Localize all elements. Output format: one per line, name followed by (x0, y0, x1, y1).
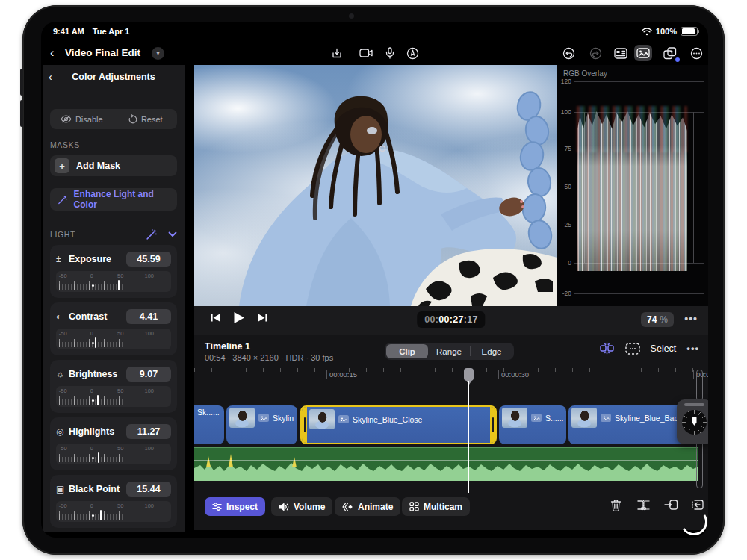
highlights-icon: ◎ (56, 426, 69, 437)
battery-percent: 100% (656, 27, 677, 36)
reset-label: Reset (141, 115, 163, 124)
select-button[interactable]: Select (651, 343, 677, 354)
jog-grip[interactable] (684, 403, 704, 406)
trim-handle-right[interactable] (490, 407, 495, 443)
slider-value[interactable]: 4.41 (126, 309, 171, 324)
timecode-main: 00:27 (438, 314, 463, 325)
clip-skyline-partial[interactable]: Sk...... (194, 405, 224, 444)
select-tool-icon[interactable] (625, 343, 640, 355)
clip-thumbnail (571, 408, 597, 428)
disable-button[interactable]: Disable (50, 109, 114, 129)
color-adjustments-panel: ‹ Color Adjustments Disable Re (43, 65, 185, 532)
jog-wheel[interactable] (677, 399, 708, 444)
slider-ruler[interactable]: -50050100 (56, 501, 171, 522)
overwrite-button[interactable] (664, 499, 678, 511)
photo-icon (338, 415, 349, 423)
multicam-icon (409, 502, 419, 511)
tool-label: Inspect (226, 502, 258, 512)
timeline-ruler[interactable]: 00:00:15 00:00:30 00:00:45 (194, 368, 698, 385)
enhance-label: Enhance Light and Color (74, 189, 170, 210)
timecode-display: 00:00:27:17 (417, 311, 485, 328)
pencil-button[interactable] (403, 45, 421, 61)
media-browser-button[interactable] (634, 45, 652, 61)
screenshot-stage: 9:41 AM Tue Apr 1 100% ‹ Video Final Edi… (0, 0, 747, 560)
redo-button[interactable] (586, 45, 604, 61)
app-toolbar: ‹ Video Final Edit ▾ (41, 42, 708, 65)
viewer-zoom-control[interactable]: 74% (641, 312, 674, 327)
animate-button[interactable]: Animate (335, 497, 400, 516)
front-camera (349, 13, 354, 19)
photo-icon (531, 414, 542, 422)
auto-enhance-icon[interactable] (146, 228, 158, 240)
mode-clip[interactable]: Clip (386, 344, 428, 358)
undo-button[interactable] (560, 45, 577, 61)
clip-track: Sk...... Skyline_Blue_Wide (194, 405, 708, 444)
microphone-button[interactable] (381, 45, 399, 61)
previous-frame-button[interactable] (211, 313, 220, 323)
animate-icon (342, 503, 353, 511)
audio-track[interactable] (194, 447, 698, 481)
slider-ruler[interactable]: -50050100 (56, 444, 171, 464)
slider-value[interactable]: 11.27 (126, 424, 171, 439)
delete-clip-button[interactable] (610, 499, 622, 511)
add-mask-button[interactable]: + Add Mask (50, 155, 177, 176)
more-button[interactable] (687, 45, 705, 61)
audio-waveform (194, 448, 698, 481)
collapse-chevron-icon[interactable] (168, 231, 177, 237)
reset-button[interactable]: Reset (114, 109, 178, 129)
slider-ruler[interactable]: -50050100 (56, 271, 171, 292)
next-frame-button[interactable] (258, 313, 267, 323)
connect-clips-icon[interactable] (599, 342, 615, 355)
import-button[interactable] (328, 45, 346, 61)
clip-skyline-short[interactable]: S........ (499, 405, 566, 444)
slider-label: Contrast (69, 311, 126, 322)
playhead-handle[interactable] (464, 368, 474, 381)
inspect-button[interactable]: Inspect (205, 497, 265, 516)
brightness-slider: ☼ Brightness 9.07 -50050100 (50, 360, 177, 413)
viewer-more-button[interactable]: ••• (684, 313, 698, 325)
timeline-toolbar: Inspect Volume Animate (194, 495, 708, 520)
video-preview[interactable] (194, 65, 557, 306)
timeline-more-button[interactable]: ••• (686, 343, 699, 354)
project-title-chevron[interactable]: ▾ (152, 47, 164, 60)
project-title[interactable]: Video Final Edit (65, 47, 140, 58)
back-button[interactable]: ‹ (50, 46, 54, 60)
slider-value[interactable]: 15.44 (126, 482, 171, 497)
clip-label: Skyline_Blue_Close (353, 415, 422, 424)
slider-value[interactable]: 45.59 (126, 252, 171, 267)
contrast-icon: ◐ (56, 311, 69, 322)
timeline-name[interactable]: Timeline 1 (205, 341, 250, 352)
play-button[interactable] (233, 311, 245, 324)
add-mask-label: Add Mask (76, 161, 120, 171)
multicam-button[interactable]: Multicam (402, 497, 470, 516)
tool-label: Volume (294, 502, 325, 512)
clip-skyline-blue-wide[interactable]: Skyline_Blue_Wide (226, 405, 297, 444)
inspect-icon (212, 502, 222, 511)
clip-label: S........ (545, 414, 563, 423)
speaker-icon (279, 503, 289, 511)
slider-ruler[interactable]: -50050100 (56, 386, 171, 407)
camera-button[interactable] (357, 45, 375, 61)
split-clip-button[interactable] (636, 499, 651, 511)
effects-button[interactable] (661, 45, 679, 61)
clip-label: Sk...... (197, 408, 220, 417)
disable-label: Disable (75, 115, 103, 124)
trim-handle-left[interactable] (302, 407, 307, 443)
slider-value[interactable]: 9.07 (126, 367, 171, 382)
exposure-icon: ± (56, 254, 69, 264)
ruler-label: 00:00:15 (326, 370, 357, 379)
disable-reset-group: Disable Reset (50, 109, 177, 129)
mode-range[interactable]: Range (428, 344, 470, 358)
reset-icon (128, 114, 137, 124)
eye-off-icon (61, 115, 72, 123)
mode-edge[interactable]: Edge (471, 344, 512, 358)
inspector-toggle-button[interactable] (612, 45, 630, 61)
slider-ruler[interactable]: -50050100 (56, 329, 171, 349)
status-date: Tue Apr 1 (93, 27, 130, 36)
volume-button[interactable]: Volume (271, 497, 332, 516)
jog-dial[interactable] (682, 410, 707, 435)
photo-icon (601, 414, 611, 422)
timeline-meta: 00:54 · 3840 × 2160 · HDR · 30 fps (205, 353, 333, 362)
enhance-light-color-button[interactable]: Enhance Light and Color (50, 188, 177, 211)
zoom-value: 74 (647, 314, 657, 325)
